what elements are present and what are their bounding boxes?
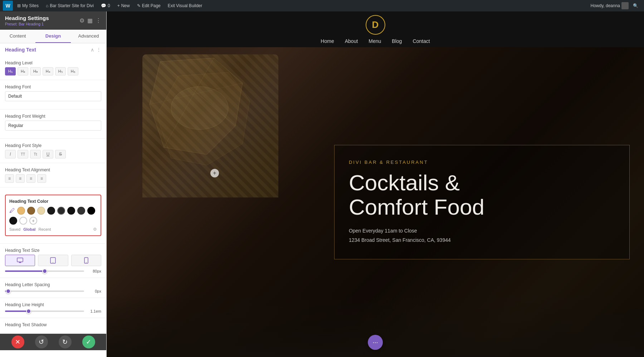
size-mobile-button[interactable] — [71, 255, 101, 266]
color-tab-recent[interactable]: Recent — [38, 227, 51, 231]
heading-font-style-label: Heading Font Style — [5, 143, 101, 148]
site-logo: D — [366, 15, 385, 35]
tab-design[interactable]: Design — [35, 30, 71, 43]
section-more-icon[interactable]: ⋮ — [96, 47, 101, 53]
align-right-button[interactable]: ≡ — [26, 174, 35, 183]
heading-font-row: Heading Font Default — [5, 84, 101, 101]
svg-rect-0 — [17, 258, 23, 262]
comments-icon: 💬 — [101, 3, 106, 8]
underline-button[interactable]: U — [43, 150, 53, 158]
comments-menu[interactable]: 💬 0 — [98, 0, 113, 11]
h2-button[interactable]: H₂ — [18, 67, 28, 75]
panel-more-icon[interactable]: ⋮ — [96, 17, 101, 24]
color-tab-global[interactable]: Global — [23, 227, 35, 231]
hero-subtitle: DIVI BAR & RESTAURANT — [349, 160, 615, 165]
svg-point-11 — [171, 87, 228, 129]
redo-button[interactable]: ↻ — [59, 336, 72, 348]
strikethrough-button[interactable]: S — [55, 150, 66, 158]
color-swatch-dark4[interactable] — [77, 207, 85, 215]
edit-page-button[interactable]: ✎ Edit Page — [134, 0, 164, 11]
italic-button[interactable]: I — [5, 150, 16, 158]
color-swatch-dark2[interactable] — [57, 207, 65, 215]
h6-button[interactable]: H₆ — [68, 67, 78, 75]
new-label: New — [121, 3, 130, 8]
h5-button[interactable]: H₅ — [55, 67, 66, 75]
h4-button[interactable]: H₄ — [43, 67, 53, 75]
home-icon: ⌂ — [46, 3, 48, 8]
my-sites-menu[interactable]: ⊞ My Sites — [14, 0, 42, 11]
align-center-button[interactable]: ≡ — [16, 174, 25, 183]
heading-line-height-section: Heading Line Height 1.1em — [0, 298, 106, 318]
comments-count: 0 — [108, 3, 110, 8]
hero-address: Open Everyday 11am to Close 1234 Broad S… — [349, 227, 615, 245]
add-content-button[interactable]: + — [210, 169, 219, 177]
color-section-label: Heading Text Color — [9, 199, 97, 204]
wp-logo-icon[interactable]: W — [3, 1, 13, 11]
h3-button[interactable]: H₃ — [30, 67, 41, 75]
heading-alignment-section: Heading Text Alignment ≡ ≡ ≡ ≡ — [0, 163, 106, 187]
floating-action-button[interactable]: ··· — [368, 335, 383, 350]
tab-content[interactable]: Content — [0, 30, 35, 43]
edit-page-label: Edit Page — [142, 3, 161, 8]
heading-font-section: Heading Font Default — [0, 80, 106, 109]
letter-spacing-value: 0px — [87, 289, 101, 293]
confirm-icon: ✓ — [86, 338, 91, 346]
align-left-button[interactable]: ≡ — [5, 174, 14, 183]
collapse-icon[interactable]: ∧ — [91, 47, 94, 53]
size-slider[interactable] — [5, 270, 84, 272]
color-swatch-tan[interactable] — [37, 207, 45, 215]
site-name-menu[interactable]: ⌂ Bar Starter Site for Divi — [43, 0, 97, 11]
color-tab-saved[interactable]: Saved — [9, 227, 20, 231]
color-swatch-dark5[interactable] — [9, 217, 17, 225]
color-swatch-brown[interactable] — [27, 207, 35, 215]
size-desktop-button[interactable] — [5, 255, 35, 266]
my-sites-icon: ⊞ — [17, 3, 21, 8]
color-settings-icon[interactable]: ⚙ — [93, 227, 97, 232]
section-header: Heading Text ∧ ⋮ — [5, 47, 101, 53]
svg-point-5 — [86, 262, 87, 263]
confirm-button[interactable]: ✓ — [82, 336, 95, 348]
heading-font-select[interactable]: Default — [5, 91, 101, 101]
panel-header-icons: ⚙ ▦ ⋮ — [79, 17, 101, 24]
color-swatch-white[interactable] — [19, 217, 27, 225]
howdy-user[interactable]: Howdy, deanna 🔍 — [588, 0, 641, 11]
hero-section: + DIVI BAR & RESTAURANT Cocktails & Comf… — [107, 47, 644, 357]
nav-link-contact[interactable]: Contact — [413, 38, 430, 44]
search-icon[interactable]: 🔍 — [633, 3, 638, 8]
settings-panel: Heading Settings Preset: Bar Heading 1 ⚙… — [0, 11, 107, 357]
panel-settings-icon[interactable]: ⚙ — [79, 17, 84, 24]
nav-link-blog[interactable]: Blog — [392, 38, 402, 44]
color-swatch-gold[interactable] — [17, 207, 25, 215]
heading-level-label: Heading Level — [5, 60, 101, 65]
svg-point-3 — [53, 262, 54, 263]
website-preview: D Home About Menu Blog Contact — [107, 11, 644, 357]
tab-advanced[interactable]: Advanced — [71, 30, 106, 43]
undo-icon: ↺ — [39, 338, 44, 346]
add-color-button[interactable]: + — [29, 217, 37, 225]
size-tablet-button[interactable] — [38, 255, 68, 266]
cancel-button[interactable]: ✕ — [11, 336, 24, 348]
eyedropper-icon[interactable]: 🖊 — [9, 207, 15, 214]
color-swatch-black[interactable] — [87, 207, 95, 215]
new-content-button[interactable]: + New — [114, 0, 133, 11]
size-value: 80px — [87, 269, 101, 273]
panel-tabs: Content Design Advanced — [0, 30, 106, 43]
capitalize-button[interactable]: Tt — [30, 150, 41, 158]
size-device-row — [5, 255, 101, 266]
color-swatches-row: 🖊 — [9, 207, 97, 215]
line-height-slider[interactable] — [5, 310, 84, 312]
uppercase-button[interactable]: TT — [18, 150, 28, 158]
h1-button[interactable]: H₁ — [5, 67, 16, 75]
nav-link-menu[interactable]: Menu — [369, 38, 381, 44]
align-justify-button[interactable]: ≡ — [37, 174, 46, 183]
letter-spacing-slider[interactable] — [5, 290, 84, 292]
exit-visual-builder-button[interactable]: Exit Visual Builder — [165, 0, 205, 11]
heading-font-weight-select[interactable]: Regular — [5, 121, 101, 131]
style-buttons-group: I TT Tt U S — [5, 150, 101, 158]
color-swatch-dark3[interactable] — [67, 207, 75, 215]
nav-link-about[interactable]: About — [345, 38, 358, 44]
nav-link-home[interactable]: Home — [321, 38, 334, 44]
panel-grid-icon[interactable]: ▦ — [87, 17, 93, 24]
undo-button[interactable]: ↺ — [35, 336, 48, 348]
color-swatch-dark1[interactable] — [47, 207, 55, 215]
